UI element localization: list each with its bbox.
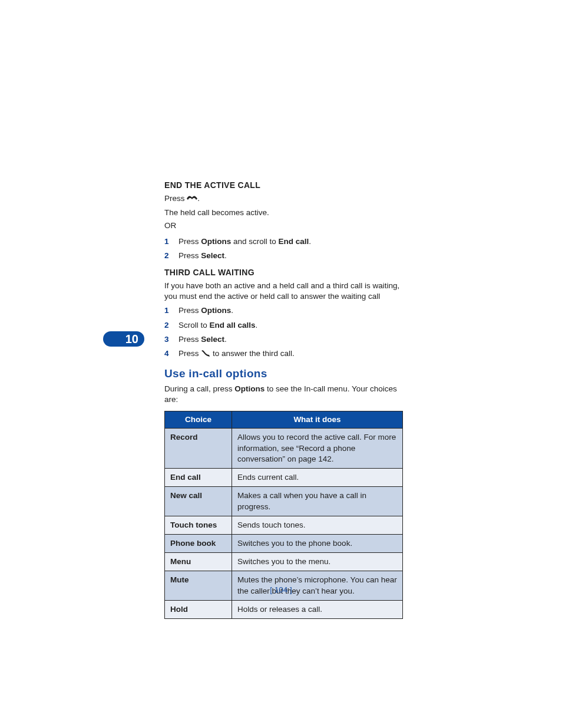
list-item: 1 Press Options and scroll to End call.	[164, 236, 403, 247]
press-suffix: .	[197, 194, 200, 203]
or-separator: OR	[164, 220, 403, 231]
step-number: 2	[164, 320, 171, 331]
step-text: Press Options and scroll to End call.	[178, 236, 403, 247]
held-becomes-active: The held call becomes active.	[164, 207, 403, 218]
table-cell-choice: Hold	[165, 600, 232, 618]
list-item: 1 Press Options.	[164, 305, 403, 316]
subsection-title: Use in-call options	[164, 366, 403, 381]
chapter-number: 10	[125, 331, 138, 347]
step-text: Press to answer the third call.	[178, 348, 403, 360]
in-call-intro: During a call, press Options to see the …	[164, 384, 403, 405]
step-text: Scroll to End all calls.	[178, 320, 403, 331]
press-prefix: Press	[164, 194, 187, 203]
step-number: 1	[164, 305, 171, 316]
step-number: 1	[164, 236, 171, 247]
table-header-row: Choice What it does	[165, 411, 403, 429]
table-header-choice: Choice	[165, 411, 232, 429]
table-row: Menu Switches you to the menu.	[165, 553, 403, 571]
page-content: END THE ACTIVE CALL Press . The held cal…	[164, 180, 403, 619]
end-call-key-icon	[187, 195, 197, 205]
table-cell-choice: New call	[165, 487, 232, 516]
table-cell-choice: Phone book	[165, 535, 232, 553]
list-item: 4 Press to answer the third call.	[164, 348, 403, 360]
table-cell-choice: Menu	[165, 553, 232, 571]
step-number: 4	[164, 348, 171, 359]
table-cell-desc: Switches you to the menu.	[232, 553, 403, 571]
table-cell-desc: Ends current call.	[232, 469, 403, 487]
table-cell-desc: Makes a call when you have a call in pro…	[232, 487, 403, 516]
steps-end-active: 1 Press Options and scroll to End call. …	[164, 236, 403, 261]
table-cell-choice: Record	[165, 429, 232, 469]
table-row: New call Makes a call when you have a ca…	[165, 487, 403, 516]
list-item: 3 Press Select.	[164, 334, 403, 345]
table-cell-desc: Allows you to record the active call. Fo…	[232, 429, 403, 469]
table-cell-choice: Touch tones	[165, 516, 232, 534]
steps-third-call: 1 Press Options. 2 Scroll to End all cal…	[164, 305, 403, 360]
table-cell-desc: Holds or releases a call.	[232, 600, 403, 618]
third-call-intro: If you have both an active and a held ca…	[164, 281, 403, 302]
step-text: Press Select.	[178, 334, 403, 345]
step-text: Press Options.	[178, 305, 403, 316]
list-item: 2 Press Select.	[164, 251, 403, 261]
step-text: Press Select.	[178, 251, 403, 261]
section-heading-end-active-call: END THE ACTIVE CALL	[164, 180, 403, 191]
page: 10 END THE ACTIVE CALL Press . The held …	[0, 0, 562, 728]
table-row: Hold Holds or releases a call.	[165, 600, 403, 618]
table-header-desc: What it does	[232, 411, 403, 429]
table-cell-choice: End call	[165, 469, 232, 487]
table-row: Touch tones Sends touch tones.	[165, 516, 403, 534]
section-heading-third-call: THIRD CALL WAITING	[164, 267, 403, 278]
list-item: 2 Scroll to End all calls.	[164, 320, 403, 331]
table-row: End call Ends current call.	[165, 469, 403, 487]
table-cell-desc: Sends touch tones.	[232, 516, 403, 534]
press-end-line: Press .	[164, 193, 403, 205]
table-row: Record Allows you to record the active c…	[165, 429, 403, 469]
answer-call-key-icon	[201, 350, 210, 360]
table-row: Phone book Switches you to the phone boo…	[165, 535, 403, 553]
chapter-tab: 10	[103, 331, 144, 347]
page-number: [ 104 ]	[0, 585, 562, 595]
step-number: 2	[164, 251, 171, 261]
table-cell-desc: Switches you to the phone book.	[232, 535, 403, 553]
step-number: 3	[164, 334, 171, 345]
